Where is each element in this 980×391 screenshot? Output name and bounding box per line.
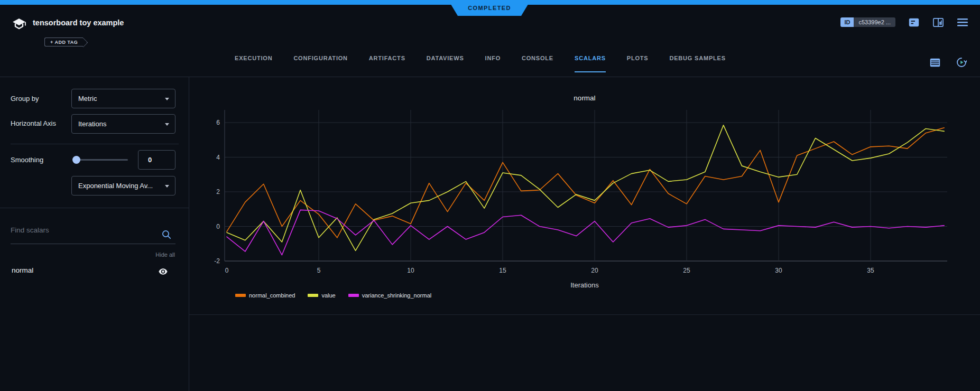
legend-swatch xyxy=(308,294,318,297)
side-panel-icon[interactable] xyxy=(932,17,944,27)
smoothing-value-input[interactable]: 0 xyxy=(138,150,175,170)
search-icon[interactable] xyxy=(162,230,171,241)
find-scalars-input[interactable] xyxy=(11,226,160,234)
app-logo-icon xyxy=(12,17,26,31)
tab-info[interactable]: INFO xyxy=(485,55,501,72)
svg-text:20: 20 xyxy=(591,267,598,274)
tab-debug-samples[interactable]: DEBUG SAMPLES xyxy=(669,55,725,72)
page-title: tensorboard toy example xyxy=(33,18,124,27)
legend-item-variance_shrinking_normal[interactable]: variance_shrinking_normal xyxy=(348,292,431,299)
smoothing-label: Smoothing xyxy=(11,156,43,164)
legend-label: value xyxy=(321,292,335,299)
visibility-eye-icon[interactable] xyxy=(159,267,168,277)
horizontal-axis-value: Iterations xyxy=(78,120,106,128)
chart-legend: normal_combinedvaluevariance_shrinking_n… xyxy=(235,292,431,299)
tab-plots[interactable]: PLOTS xyxy=(627,55,649,72)
tab-scalars[interactable]: SCALARS xyxy=(575,55,606,72)
smoothing-slider[interactable] xyxy=(73,159,128,161)
tab-bar: EXECUTIONCONFIGURATIONARTIFACTSDATAVIEWS… xyxy=(235,55,726,72)
smoothing-method-select[interactable]: Exponential Moving Av... xyxy=(71,176,175,196)
legend-swatch xyxy=(348,294,359,297)
svg-text:5: 5 xyxy=(317,267,321,274)
sidebar-divider xyxy=(11,144,179,144)
svg-text:0: 0 xyxy=(216,223,220,230)
chart-card-divider xyxy=(189,314,980,315)
svg-text:25: 25 xyxy=(683,267,690,274)
metrics-table-icon[interactable] xyxy=(929,57,941,68)
legend-label: normal_combined xyxy=(249,292,295,299)
svg-text:2: 2 xyxy=(216,188,220,196)
refresh-icon[interactable] xyxy=(956,57,967,68)
group-by-value: Metric xyxy=(78,95,97,103)
search-underline xyxy=(11,244,175,244)
horizontal-axis-label: Horizontal Axis xyxy=(11,119,56,127)
legend-item-normal_combined[interactable]: normal_combined xyxy=(235,292,295,299)
chevron-down-icon xyxy=(165,123,169,126)
svg-text:10: 10 xyxy=(407,267,414,274)
metric-name: normal xyxy=(12,266,33,274)
chevron-down-icon xyxy=(165,185,169,188)
tab-execution[interactable]: EXECUTION xyxy=(235,55,272,72)
svg-text:4: 4 xyxy=(216,154,220,161)
notes-icon[interactable] xyxy=(908,17,920,27)
group-by-select[interactable]: Metric xyxy=(71,89,175,108)
tab-dataviews[interactable]: DATAVIEWS xyxy=(427,55,464,72)
horizontal-axis-select[interactable]: Iterations xyxy=(71,114,175,134)
id-label: ID xyxy=(840,17,854,27)
id-value: c53399e2 ... xyxy=(854,17,895,27)
scalar-line-chart[interactable]: 6420-205101520253035 xyxy=(189,79,980,276)
smoothing-slider-handle[interactable] xyxy=(72,156,80,164)
smoothing-method-value: Exponential Moving Av... xyxy=(78,182,153,190)
x-axis-title: Iterations xyxy=(189,281,980,289)
tab-artifacts[interactable]: ARTIFACTS xyxy=(369,55,405,72)
chevron-down-icon xyxy=(165,98,169,100)
svg-text:-2: -2 xyxy=(214,257,220,265)
legend-item-value[interactable]: value xyxy=(308,292,335,299)
sidebar-divider xyxy=(0,208,189,208)
scalars-sidebar: Group by Metric Horizontal Axis Iteratio… xyxy=(0,77,189,391)
tab-console[interactable]: CONSOLE xyxy=(522,55,553,72)
svg-text:30: 30 xyxy=(775,267,782,274)
experiment-id-chip[interactable]: ID c53399e2 ... xyxy=(840,17,895,27)
tab-configuration[interactable]: CONFIGURATION xyxy=(293,55,347,72)
hide-all-button[interactable]: Hide all xyxy=(155,252,175,258)
metric-list-item[interactable]: normal xyxy=(0,263,189,279)
menu-icon[interactable] xyxy=(957,17,968,27)
series-variance_shrinking_normal xyxy=(227,210,944,255)
add-tag-button[interactable]: + ADD TAG xyxy=(44,38,83,46)
svg-text:6: 6 xyxy=(216,119,220,126)
svg-text:0: 0 xyxy=(225,267,229,274)
status-badge: COMPLETED xyxy=(448,0,531,16)
svg-text:35: 35 xyxy=(867,267,874,274)
svg-text:15: 15 xyxy=(499,267,506,274)
legend-swatch xyxy=(235,294,246,297)
group-by-label: Group by xyxy=(11,95,39,103)
legend-label: variance_shrinking_normal xyxy=(362,292,431,299)
